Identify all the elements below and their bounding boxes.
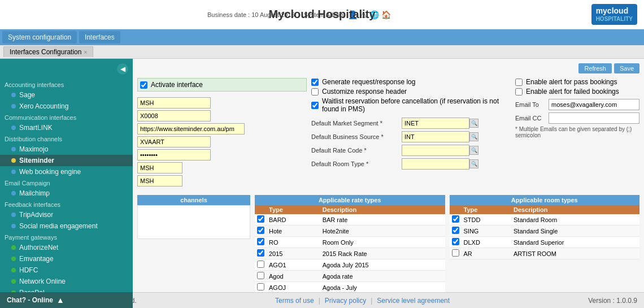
interfaces-button[interactable]: Interfaces — [79, 31, 120, 44]
alert-fail-checkbox[interactable] — [515, 88, 523, 96]
dot-icon — [11, 279, 16, 284]
room-type-checkbox[interactable] — [452, 227, 459, 234]
sidebar-item-pesapal[interactable]: PesaPal — [0, 287, 133, 292]
sidebar-item-mailchimp[interactable]: Mailchimp — [0, 188, 133, 199]
dot-icon — [11, 224, 16, 228]
room-type-checkbox[interactable] — [452, 215, 459, 223]
room-type-code: SING — [462, 225, 512, 237]
rate-type-description: Room Only — [320, 237, 445, 248]
sidebar-item-web-booking[interactable]: Web booking engine — [0, 166, 133, 177]
sidebar-item-sage[interactable]: Sage — [0, 89, 133, 101]
market-segment-search-button[interactable]: 🔍 — [469, 119, 478, 128]
room-type-checkbox[interactable] — [452, 249, 459, 257]
rate-type-code: Agod — [267, 271, 320, 282]
xvaart-input[interactable] — [137, 136, 211, 148]
dot-icon — [11, 257, 16, 261]
room-type-search-button[interactable]: 🔍 — [469, 159, 478, 168]
left-inputs — [137, 95, 307, 190]
sidebar: ◀ Accounting interfaces Sage Xero Accoun… — [0, 59, 133, 292]
form-container: Activate interface — [137, 78, 639, 190]
rate-type-row: AGOJ Agoda - July — [255, 282, 445, 293]
sidebar-section-accounting: Accounting interfaces Sage Xero Accounti… — [0, 79, 133, 112]
business-source-input[interactable] — [402, 131, 469, 142]
communication-section-title: Communication interfaces — [0, 112, 133, 122]
sidebar-item-network-online[interactable]: Network Online — [0, 276, 133, 287]
sidebar-item-hdfc[interactable]: HDFC — [0, 264, 133, 276]
refresh-button[interactable]: Refresh — [578, 63, 612, 73]
activate-interface-label: Activate interface — [151, 81, 203, 89]
room-type-code: DLXD — [462, 237, 512, 248]
room-type-description: Standard Superior — [511, 237, 639, 248]
sidebar-item-siteminder[interactable]: Siteminder — [0, 155, 133, 166]
rate-type-checkbox[interactable] — [257, 261, 264, 268]
email-to-row: Email To — [515, 99, 639, 110]
tab-close-icon[interactable]: × — [84, 49, 87, 55]
rate-code-input[interactable] — [402, 145, 469, 156]
email-cc-input[interactable] — [549, 112, 639, 124]
rate-type-checkbox[interactable] — [257, 272, 264, 279]
room-desc-header: Description — [511, 205, 639, 214]
rate-type-checkbox[interactable] — [257, 227, 264, 234]
market-segment-field: Default Market Segment * 🔍 — [311, 118, 511, 129]
room-type-input[interactable] — [402, 158, 469, 170]
privacy-link[interactable]: Privacy policy — [325, 297, 366, 305]
sidebar-section-communication: Communication interfaces SmartLINK — [0, 112, 133, 133]
rate-type-checkbox[interactable] — [257, 283, 264, 290]
accounting-section-title: Accounting interfaces — [0, 79, 133, 89]
rate-type-checkbox[interactable] — [257, 238, 264, 245]
rate-type-description: Hote2nite — [320, 225, 445, 237]
activate-interface-checkbox[interactable] — [140, 81, 147, 89]
save-button[interactable]: Save — [614, 63, 639, 73]
msh-input-2[interactable] — [137, 162, 182, 173]
email-cc-row: Email CC — [515, 112, 639, 124]
terms-link[interactable]: Terms of use — [275, 297, 314, 305]
rate-type-description: 2015 Rack Rate — [320, 248, 445, 259]
sidebar-item-smartlink[interactable]: SmartLINK — [0, 122, 133, 133]
system-config-button[interactable]: System configuration — [2, 31, 77, 44]
sidebar-item-social-media[interactable]: Social media engagement — [0, 220, 133, 232]
content-toolbar: Refresh Save — [137, 63, 639, 73]
sidebar-item-xero[interactable]: Xero Accounting — [0, 101, 133, 112]
customize-response-checkbox[interactable] — [311, 88, 319, 96]
msh-input-3[interactable] — [137, 175, 182, 186]
room-type-row: DLXD Standard Superior — [450, 237, 640, 248]
alert-pass-checkbox[interactable] — [515, 79, 523, 86]
rate-code-label: Default Rate Code * — [311, 147, 402, 154]
x0008-input[interactable] — [137, 110, 211, 122]
service-link[interactable]: Service level agreement — [377, 297, 450, 305]
generate-log-checkbox[interactable] — [311, 79, 319, 86]
room-type-checkbox[interactable] — [452, 238, 459, 245]
market-segment-input[interactable] — [402, 118, 469, 129]
rate-code-search-button[interactable]: 🔍 — [469, 146, 478, 155]
checkbox-waitlist: Waitlist reservation before cancellation… — [311, 97, 511, 113]
rate-cb-header — [255, 205, 267, 214]
room-type-row: AR ARTIST ROOM — [450, 248, 640, 259]
email-to-input[interactable] — [549, 99, 639, 110]
room-types-table: Type Description STDD Standard Room SING… — [450, 205, 640, 259]
sidebar-section-payment: Payment gateways AuthorizeNet Emvantage … — [0, 232, 133, 292]
sidebar-item-maximojo[interactable]: Maximojo — [0, 144, 133, 155]
business-source-search-button[interactable]: 🔍 — [469, 132, 478, 141]
password-input[interactable] — [137, 149, 211, 160]
rate-type-description: Agoda rate — [320, 271, 445, 282]
waitlist-checkbox[interactable] — [311, 102, 319, 109]
market-segment-label: Default Market Segment * — [311, 120, 402, 127]
interfaces-config-tab[interactable]: Interfaces Configuration × — [3, 46, 93, 57]
alert-pass-label: Enable alert for pass bookings — [526, 78, 617, 86]
sidebar-item-authorizenet[interactable]: AuthorizeNet — [0, 242, 133, 253]
msh-input-1[interactable] — [137, 97, 211, 109]
labeled-fields: Default Market Segment * 🔍 Default Busin… — [311, 118, 511, 170]
sidebar-section-feedback: Feedback interfaces TripAdvisor Social m… — [0, 199, 133, 232]
sidebar-item-emvantage[interactable]: Emvantage — [0, 253, 133, 264]
sidebar-collapse-button[interactable]: ◀ — [117, 63, 128, 75]
url-input[interactable] — [137, 123, 245, 135]
rate-type-code: RO — [267, 237, 320, 248]
rate-type-checkbox[interactable] — [257, 215, 264, 223]
dot-icon — [11, 191, 16, 196]
room-type-field: Default Room Type * 🔍 — [311, 158, 511, 170]
rate-type-checkbox[interactable] — [257, 249, 264, 257]
dot-icon — [11, 158, 16, 163]
alert-fail-label: Enable alert for failed bookings — [526, 88, 619, 96]
field-row-xvaart — [137, 136, 307, 148]
sidebar-item-tripadvisor[interactable]: TripAdvisor — [0, 209, 133, 220]
